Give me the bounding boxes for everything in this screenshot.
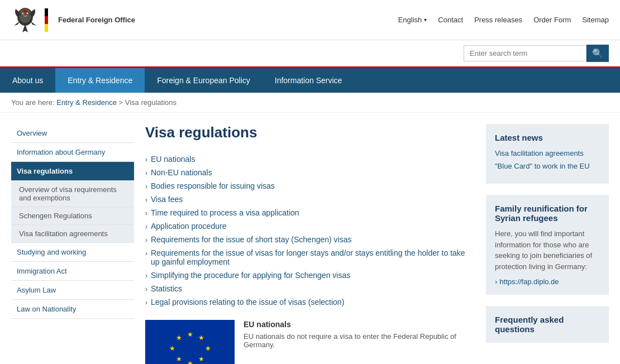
nav-about-us[interactable]: About us: [0, 68, 55, 93]
news-link-blue-card[interactable]: "Blue Card" to work in the EU: [495, 162, 600, 170]
main-navigation: About us Entry & Residence Foreign & Eur…: [0, 68, 620, 93]
list-item: ›EU nationals: [145, 152, 475, 166]
link-application-procedure[interactable]: ›Application procedure: [145, 222, 475, 231]
sidebar-item-visa-regulations[interactable]: Visa regulations: [11, 162, 134, 181]
svg-text:★: ★: [187, 360, 193, 364]
link-legal-provisions[interactable]: ›Legal provisions relating to the issue …: [145, 298, 475, 306]
sidebar-sub-item-visa-facilitation[interactable]: Visa facilitation agreements: [11, 225, 134, 243]
list-item: ›Statistics: [145, 282, 475, 295]
contact-link[interactable]: Contact: [438, 16, 463, 24]
list-item: ›Requirements for the issue of visas for…: [145, 246, 475, 269]
link-statistics[interactable]: ›Statistics: [145, 284, 475, 293]
sidebar-item-overview[interactable]: Overview: [11, 124, 134, 143]
svg-text:★: ★: [176, 355, 182, 363]
list-item: ›Visa fees: [145, 193, 475, 206]
svg-point-2: [22, 13, 24, 15]
eu-section: ★ ★ ★ ★ ★ ★ ★ ★ Austellung eines Schenge…: [145, 320, 475, 364]
link-non-eu-nationals[interactable]: ›Non-EU nationals: [145, 168, 475, 177]
logo-area: Federal Foreign Office: [11, 4, 135, 35]
link-time-required[interactable]: ›Time required to process a visa applica…: [145, 208, 475, 217]
eu-text-block: EU nationals EU nationals do not require…: [244, 320, 475, 364]
eu-section-description: EU nationals do not require a visa to en…: [244, 332, 475, 349]
eu-flag-image: ★ ★ ★ ★ ★ ★ ★ ★ Austellung eines Schenge…: [145, 320, 235, 364]
content-links-list: ›EU nationals ›Non-EU nationals ›Bodies …: [145, 152, 475, 309]
language-label: English: [398, 16, 422, 24]
search-bar: 🔍: [0, 40, 620, 68]
chevron-right-icon: ›: [145, 223, 147, 231]
svg-text:★: ★: [187, 331, 193, 338]
chevron-right-icon: ›: [145, 196, 147, 204]
latest-news-title: Latest news: [495, 133, 600, 142]
german-flag-icon: [45, 8, 48, 32]
sidebar-sub-item-schengen[interactable]: Schengen Regulations: [11, 207, 134, 225]
search-wrap: 🔍: [464, 45, 609, 62]
sidebar: Overview Information about Germany Visa …: [11, 124, 134, 364]
breadcrumb-separator: >: [119, 98, 125, 107]
chevron-right-icon: ›: [495, 277, 497, 286]
chevron-right-icon: ›: [145, 236, 147, 244]
nav-foreign-policy[interactable]: Foreign & European Policy: [145, 68, 263, 93]
press-releases-link[interactable]: Press releases: [474, 16, 522, 24]
breadcrumb: You are here: Entry & Residence > Visa r…: [0, 93, 620, 113]
sidebar-item-nationality[interactable]: Law on Nationality: [11, 300, 134, 319]
faq-box: Frequently asked questions: [486, 306, 609, 343]
list-item: ›Application procedure: [145, 219, 475, 233]
sidebar-item-studying-working[interactable]: Studying and working: [11, 243, 134, 262]
svg-text:★: ★: [198, 334, 204, 342]
link-simplifying[interactable]: ›Simplifying the procedure for applying …: [145, 271, 475, 280]
search-input[interactable]: [464, 45, 586, 61]
list-item: ›Bodies responsible for issuing visas: [145, 179, 475, 193]
chevron-right-icon: ›: [145, 272, 147, 280]
link-eu-nationals[interactable]: ›EU nationals: [145, 155, 475, 164]
eagle-icon: [11, 4, 39, 35]
svg-rect-5: [145, 320, 235, 364]
sidebar-item-information-germany[interactable]: Information about Germany: [11, 143, 134, 162]
eu-section-title: EU nationals: [244, 320, 475, 329]
list-item: ›Requirements for the issue of short sta…: [145, 233, 475, 246]
content-layout: Overview Information about Germany Visa …: [0, 113, 620, 364]
language-selector[interactable]: English ▾: [398, 16, 427, 24]
chevron-right-icon: ›: [145, 169, 147, 177]
latest-news-box: Latest news Visa facilitation agreements…: [486, 124, 609, 184]
chevron-down-icon: ▾: [424, 17, 427, 23]
chevron-right-icon: ›: [145, 250, 147, 257]
org-name: Federal Foreign Office: [58, 16, 135, 24]
list-item: ›Non-EU nationals: [145, 166, 475, 179]
chevron-right-icon: ›: [145, 299, 147, 306]
link-longer-stays[interactable]: ›Requirements for the issue of visas for…: [145, 248, 475, 266]
chevron-right-icon: ›: [145, 156, 147, 164]
sidebar-item-asylum-law[interactable]: Asylum Law: [11, 281, 134, 300]
svg-text:★: ★: [205, 344, 211, 352]
breadcrumb-current: Visa regulations: [125, 98, 177, 107]
page-title: Visa regulations: [145, 124, 475, 141]
svg-rect-4: [23, 10, 27, 12]
link-visa-fees[interactable]: ›Visa fees: [145, 195, 475, 204]
family-reunification-box: Family reunification for Syrian refugees…: [486, 195, 609, 295]
family-link-label: https://fap.diplo.de: [499, 277, 559, 286]
breadcrumb-entry-residence[interactable]: Entry & Residence: [56, 98, 117, 107]
header: Federal Foreign Office English ▾ Contact…: [0, 0, 620, 40]
sidebar-item-immigration-act[interactable]: Immigration Act: [11, 262, 134, 281]
search-icon: 🔍: [592, 49, 603, 58]
order-form-link[interactable]: Order Form: [533, 16, 571, 24]
news-link-visa-facilitation[interactable]: Visa facilitation agreements: [495, 149, 600, 157]
main-content: Visa regulations ›EU nationals ›Non-EU n…: [145, 124, 475, 364]
list-item: ›Legal provisions relating to the issue …: [145, 295, 475, 309]
family-description: Here, you will find important informatio…: [495, 228, 600, 272]
svg-text:★: ★: [198, 355, 204, 363]
sidebar-sub-item-overview-requirements[interactable]: Overview of visa requirements and exempt…: [11, 181, 134, 207]
svg-text:★: ★: [176, 334, 182, 342]
family-title: Family reunification for Syrian refugees: [495, 204, 600, 223]
breadcrumb-prefix: You are here:: [11, 98, 55, 107]
family-link[interactable]: › https://fap.diplo.de: [495, 277, 600, 286]
link-short-stay[interactable]: ›Requirements for the issue of short sta…: [145, 235, 475, 244]
search-button[interactable]: 🔍: [586, 45, 609, 62]
nav-information-service[interactable]: Information Service: [263, 68, 355, 93]
nav-entry-residence[interactable]: Entry & Residence: [55, 68, 145, 93]
sitemap-link[interactable]: Sitemap: [582, 16, 609, 24]
link-bodies-responsible[interactable]: ›Bodies responsible for issuing visas: [145, 181, 475, 190]
chevron-right-icon: ›: [145, 183, 147, 190]
faq-title: Frequently asked questions: [495, 315, 600, 334]
chevron-right-icon: ›: [145, 209, 147, 217]
svg-point-3: [27, 13, 28, 15]
